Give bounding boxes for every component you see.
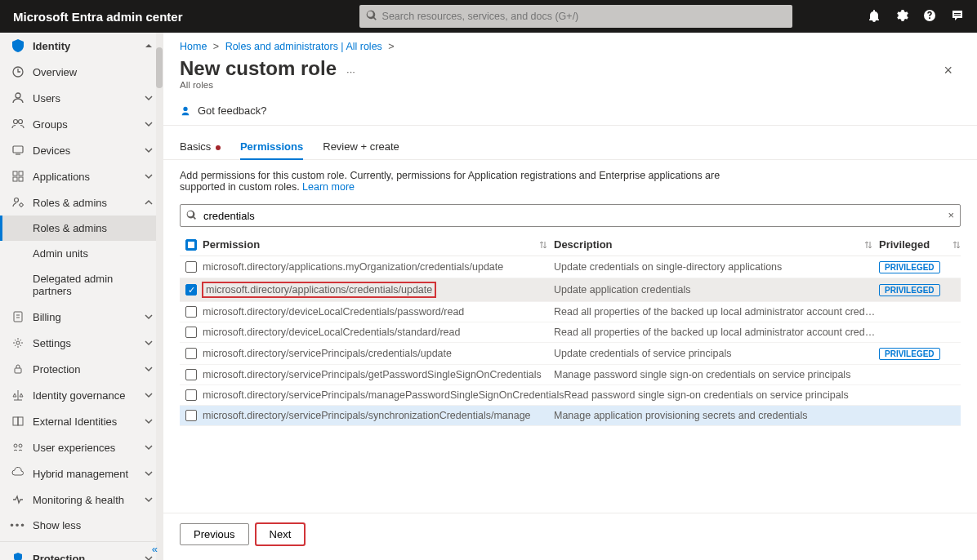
feedback-button[interactable]: Got feedback? — [163, 96, 977, 126]
sidebar-item-external-identities[interactable]: External Identities — [0, 408, 163, 434]
monitoring-icon — [11, 493, 25, 506]
description-cell: Update credentials of service principals — [554, 348, 879, 359]
permission-search-input[interactable] — [180, 204, 961, 227]
svg-point-1 — [16, 93, 20, 98]
svg-point-12 — [16, 341, 20, 344]
sidebar-item-devices[interactable]: Devices — [0, 137, 163, 163]
chevron-down-icon — [145, 365, 153, 373]
close-icon[interactable]: × — [944, 62, 961, 79]
chevron-down-icon — [145, 391, 153, 399]
tab-permissions[interactable]: Permissions — [240, 136, 303, 159]
brand-label: Microsoft Entra admin center — [13, 10, 183, 24]
privileged-badge: PRIVILEGED — [879, 348, 940, 360]
search-icon — [366, 10, 377, 24]
row-checkbox[interactable] — [185, 369, 197, 380]
select-all-checkbox[interactable] — [185, 239, 197, 251]
svg-rect-13 — [15, 368, 21, 373]
collapse-sidebar-icon[interactable]: « — [152, 543, 158, 555]
sidebar-item-monitoring[interactable]: Monitoring & health — [0, 487, 163, 513]
sidebar-identity[interactable]: Identity — [0, 33, 163, 59]
tabs: Basics Permissions Review + create — [163, 129, 977, 160]
privileged-badge: PRIVILEGED — [879, 261, 940, 273]
table-row[interactable]: microsoft.directory/applications.myOrgan… — [180, 256, 961, 278]
sidebar-item-overview[interactable]: Overview — [0, 59, 163, 85]
shield-icon — [11, 552, 25, 560]
sidebar-item-applications[interactable]: Applications — [0, 163, 163, 189]
sidebar-item-protection[interactable]: Protection — [0, 356, 163, 382]
permission-cell: microsoft.directory/applications/credent… — [203, 282, 435, 297]
row-checkbox[interactable] — [185, 327, 197, 338]
column-permission[interactable]: Permission — [203, 238, 554, 251]
column-privileged[interactable]: Privileged — [879, 238, 961, 251]
feedback-icon[interactable] — [951, 9, 964, 24]
notifications-icon[interactable] — [868, 9, 881, 24]
breadcrumb: Home > Roles and administrators | All ro… — [163, 33, 977, 56]
dots-icon: ••• — [10, 519, 26, 531]
sidebar-item-hybrid[interactable]: Hybrid management — [0, 460, 163, 487]
table-row[interactable]: microsoft.directory/servicePrincipals/sy… — [180, 406, 961, 426]
more-icon[interactable]: ··· — [346, 65, 355, 78]
svg-rect-15 — [18, 417, 23, 425]
sidebar-item-users[interactable]: Users — [0, 85, 163, 111]
chevron-up-icon — [145, 198, 153, 207]
chevron-up-icon — [145, 42, 153, 50]
sidebar-item-roles-admins[interactable]: Roles & admins — [0, 189, 163, 216]
sidebar-item-admin-units[interactable]: Admin units — [0, 241, 163, 266]
next-button[interactable]: Next — [256, 523, 306, 545]
table-row[interactable]: microsoft.directory/deviceLocalCredentia… — [180, 322, 961, 343]
tab-review[interactable]: Review + create — [323, 136, 399, 159]
privileged-cell: PRIVILEGED — [879, 283, 961, 296]
table-row[interactable]: microsoft.directory/servicePrincipals/ma… — [180, 385, 961, 406]
clear-icon[interactable]: × — [948, 209, 954, 221]
description-text: Add permissions for this custom role. Cu… — [163, 160, 784, 196]
help-icon[interactable] — [923, 9, 936, 24]
description-cell: Read all properties of the backed up loc… — [554, 327, 879, 338]
sidebar-item-settings[interactable]: Settings — [0, 330, 163, 356]
page-subtitle: All roles — [163, 80, 977, 96]
tab-basics[interactable]: Basics — [180, 136, 221, 159]
scroll-thumb[interactable] — [156, 47, 163, 88]
sidebar-item-delegated-partners[interactable]: Delegated admin partners — [0, 266, 163, 304]
sidebar-item-roles-admins-sub[interactable]: Roles & admins — [0, 216, 163, 241]
sidebar-item-user-experiences[interactable]: User experiences — [0, 434, 163, 460]
description-cell: Update application credentials — [554, 284, 879, 296]
sidebar-protection-group[interactable]: Protection — [0, 545, 163, 560]
table-row[interactable]: ✓microsoft.directory/applications/creden… — [180, 278, 961, 302]
row-checkbox[interactable] — [185, 410, 197, 421]
crumb-roles[interactable]: Roles and administrators | All roles — [225, 41, 382, 52]
permission-cell: microsoft.directory/deviceLocalCredentia… — [203, 306, 554, 318]
scroll-track — [156, 33, 163, 560]
settings-icon[interactable] — [895, 9, 908, 24]
sort-icon — [952, 241, 961, 249]
row-checkbox[interactable] — [185, 348, 197, 359]
permission-cell: microsoft.directory/deviceLocalCredentia… — [203, 327, 554, 338]
row-checkbox[interactable]: ✓ — [185, 284, 197, 296]
main-content: Home > Roles and administrators | All ro… — [163, 33, 977, 560]
global-search-input[interactable] — [359, 5, 792, 28]
table-row[interactable]: microsoft.directory/servicePrincipals/ge… — [180, 365, 961, 385]
lock-icon — [11, 362, 25, 376]
sidebar: Identity Overview Users Groups Devices A… — [0, 33, 163, 560]
chevron-down-icon — [145, 146, 153, 154]
sidebar-item-identity-governance[interactable]: Identity governance — [0, 382, 163, 408]
row-checkbox[interactable] — [185, 261, 197, 273]
learn-more-link[interactable]: Learn more — [302, 181, 355, 193]
table-row[interactable]: microsoft.directory/servicePrincipals/cr… — [180, 343, 961, 365]
chevron-down-icon — [145, 417, 153, 425]
sort-icon — [864, 241, 872, 249]
external-icon — [11, 415, 25, 428]
ux-icon — [11, 441, 25, 454]
governance-icon — [11, 389, 25, 402]
groups-icon — [11, 118, 25, 131]
column-description[interactable]: Description — [554, 238, 879, 251]
table-row[interactable]: microsoft.directory/deviceLocalCredentia… — [180, 302, 961, 322]
svg-rect-4 — [13, 146, 23, 153]
sidebar-item-show-less[interactable]: ••• Show less — [0, 513, 163, 538]
row-checkbox[interactable] — [185, 389, 197, 401]
row-checkbox[interactable] — [185, 306, 197, 318]
crumb-home[interactable]: Home — [180, 41, 207, 52]
sidebar-item-billing[interactable]: Billing — [0, 304, 163, 330]
sidebar-item-groups[interactable]: Groups — [0, 111, 163, 137]
previous-button[interactable]: Previous — [180, 523, 249, 545]
svg-point-10 — [20, 203, 23, 207]
